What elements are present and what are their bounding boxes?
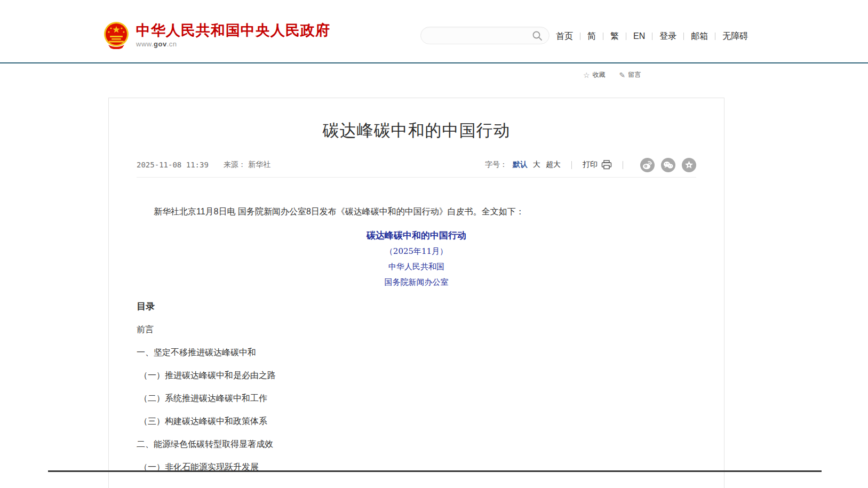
source-value: 新华社 (248, 160, 270, 169)
document-title: 碳达峰碳中和的中国行动 (137, 230, 696, 242)
top-nav: 首页 简 繁 EN 登录 邮箱 无障碍 (556, 30, 748, 43)
pencil-icon: ✎ (619, 71, 626, 79)
site-header: 中华人民共和国中央人民政府 www.gov.cn 首页 简 繁 EN 登录 (0, 0, 868, 63)
font-size-default-button[interactable]: 默认 (513, 160, 528, 170)
nav-separator (652, 33, 652, 40)
document-issuer-line1: 中华人民共和国 (137, 261, 696, 273)
wechat-icon (661, 158, 675, 172)
nav-separator (715, 33, 715, 40)
nav-separator (603, 33, 603, 40)
article-meta-controls: 字号： 默认 大 超大 打印 (485, 158, 696, 172)
meta-divider (571, 161, 572, 169)
publish-date: 2025-11-08 11:39 (137, 161, 209, 169)
share-weibo-button[interactable] (640, 158, 655, 172)
article-title: 碳达峰碳中和的中国行动 (109, 119, 724, 142)
article-body: 新华社北京11月8日电 国务院新闻办公室8日发布《碳达峰碳中和的中国行动》白皮书… (137, 205, 696, 473)
share-more-button[interactable] (682, 158, 696, 172)
source: 来源： 新华社 (224, 160, 270, 170)
national-emblem-icon (103, 21, 130, 49)
favorite-label: 收藏 (593, 70, 606, 79)
toc-item-chapter1-sec3: （三）构建碳达峰碳中和政策体系 (137, 415, 696, 427)
nav-english[interactable]: EN (633, 31, 645, 41)
article-card: 碳达峰碳中和的中国行动 2025-11-08 11:39 来源： 新华社 字号：… (108, 98, 724, 488)
font-size-label: 字号： (485, 160, 507, 170)
nav-simplified[interactable]: 简 (587, 31, 596, 42)
favorite-button[interactable]: ☆ 收藏 (583, 70, 606, 79)
printer-icon (601, 160, 612, 170)
site-title-block: 中华人民共和国中央人民政府 www.gov.cn (136, 22, 330, 48)
document-date: （2025年11月） (137, 246, 696, 257)
font-size-xlarge-button[interactable]: 超大 (546, 160, 561, 170)
utility-links: ☆ 收藏 ✎ 留言 (583, 70, 655, 79)
site-logo[interactable]: 中华人民共和国中央人民政府 www.gov.cn (103, 21, 330, 49)
search-icon[interactable] (532, 30, 543, 41)
comment-button[interactable]: ✎ 留言 (619, 70, 641, 79)
nav-separator (580, 33, 580, 40)
intro-paragraph: 新华社北京11月8日电 国务院新闻办公室8日发布《碳达峰碳中和的中国行动》白皮书… (137, 205, 696, 218)
nav-accessibility[interactable]: 无障碍 (722, 31, 748, 42)
nav-traditional[interactable]: 繁 (610, 31, 619, 42)
nav-mail[interactable]: 邮箱 (691, 31, 708, 42)
toc-item-chapter2: 二、能源绿色低碳转型取得显著成效 (137, 438, 696, 450)
toc-item-preface: 前言 (137, 324, 696, 335)
bottom-page-edge (48, 470, 822, 472)
comment-label: 留言 (628, 70, 641, 79)
site-url: www.gov.cn (136, 40, 330, 48)
search-input[interactable] (427, 27, 532, 44)
nav-separator (683, 33, 684, 40)
meta-divider (623, 161, 623, 169)
site-title: 中华人民共和国中央人民政府 (136, 22, 330, 38)
font-size-large-button[interactable]: 大 (533, 160, 540, 170)
article-meta-row: 2025-11-08 11:39 来源： 新华社 字号： 默认 大 超大 打印 (137, 157, 696, 173)
share-wechat-button[interactable] (661, 158, 675, 172)
search-box[interactable] (420, 27, 550, 44)
article-meta-left: 2025-11-08 11:39 来源： 新华社 (137, 160, 270, 170)
star-outline-icon: ☆ (583, 71, 590, 79)
share-buttons (634, 158, 696, 172)
document-issuer-line2: 国务院新闻办公室 (137, 277, 696, 288)
print-button[interactable]: 打印 (583, 160, 612, 170)
page: 中华人民共和国中央人民政府 www.gov.cn 首页 简 繁 EN 登录 (0, 0, 868, 488)
nav-login[interactable]: 登录 (659, 31, 676, 42)
toc-item-chapter1: 一、坚定不移推进碳达峰碳中和 (137, 347, 696, 358)
toc-item-chapter1-sec2: （二）系统推进碳达峰碳中和工作 (137, 393, 696, 404)
star-circle-icon (682, 158, 696, 172)
weibo-icon (640, 158, 655, 172)
nav-separator (626, 33, 626, 40)
toc-item-chapter1-sec1: （一）推进碳达峰碳中和是必由之路 (137, 370, 696, 381)
print-label: 打印 (583, 160, 598, 170)
source-label: 来源： (224, 160, 246, 169)
meta-underline (137, 177, 696, 178)
toc-heading: 目录 (137, 301, 696, 313)
nav-home[interactable]: 首页 (556, 31, 573, 42)
